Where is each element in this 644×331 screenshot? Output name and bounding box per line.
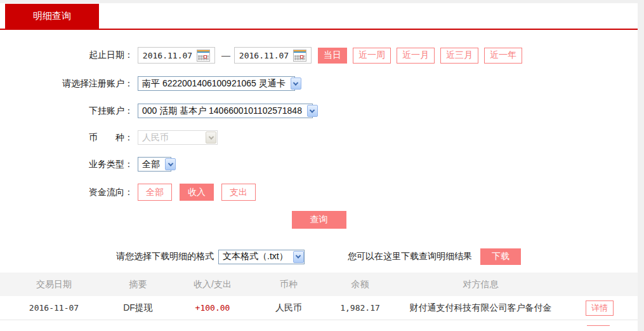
header-summary: 摘要 xyxy=(108,279,168,290)
header-counterparty: 对方信息 xyxy=(400,279,562,290)
table-header: 交易日期 摘要 收入/支出 币种 余额 对方信息 xyxy=(0,273,638,296)
cell-summary: DF提现 xyxy=(108,302,168,314)
start-date-calendar-icon[interactable] xyxy=(197,50,210,62)
fund-direction-buttons: 全部 收入 支出 xyxy=(138,184,256,201)
chevron-down-icon[interactable] xyxy=(307,105,318,117)
download-format-value: 文本格式（.txt） xyxy=(219,251,293,262)
fund-direction-row: 资金流向： 全部 收入 支出 xyxy=(0,184,638,201)
currency-label: 币 种： xyxy=(0,132,133,144)
download-format-select[interactable]: 文本格式（.txt） xyxy=(218,250,305,264)
business-type-label: 业务类型： xyxy=(0,159,133,170)
sub-account-select[interactable]: 000 活期 基本户 1406600101102571848 xyxy=(138,104,313,118)
quick-range-year-button[interactable]: 近一年 xyxy=(484,48,522,64)
sub-account-label: 下挂账户： xyxy=(0,105,133,117)
business-type-row: 业务类型： 全部 xyxy=(0,157,638,172)
business-type-value: 全部 xyxy=(138,159,165,170)
tab-underline xyxy=(0,29,638,30)
end-date-field[interactable] xyxy=(234,47,312,64)
fund-direction-income-button[interactable]: 收入 xyxy=(180,184,214,201)
cell-balance: 1,982.17 xyxy=(320,303,400,313)
chevron-down-icon[interactable] xyxy=(291,78,301,90)
date-range-separator: — xyxy=(221,50,230,60)
date-range-row: 起止日期： — 当日 近一周 近一月 近三月 近一年 xyxy=(0,47,638,64)
end-date-calendar-icon[interactable] xyxy=(293,50,306,62)
business-type-select[interactable]: 全部 xyxy=(138,157,171,172)
tab-detail-query[interactable]: 明细查询 xyxy=(5,4,99,29)
quick-range-week-button[interactable]: 近一周 xyxy=(353,48,391,64)
currency-row: 币 种： 人民币 xyxy=(0,130,638,145)
chevron-down-icon[interactable] xyxy=(293,251,304,263)
quick-range-quarter-button[interactable]: 近三月 xyxy=(440,48,478,64)
register-account-row: 请选择注册账户： 南平 6222001406100921065 灵通卡 xyxy=(0,76,638,91)
currency-value: 人民币 xyxy=(138,132,206,144)
header-currency: 币种 xyxy=(257,279,320,290)
table-row: 2016-11-07 DF提现 +100.00 人民币 1,982.17 财付通… xyxy=(0,296,638,320)
start-date-input[interactable] xyxy=(138,48,197,62)
next-row-detail-button-clipped[interactable] xyxy=(587,325,610,327)
chevron-down-icon xyxy=(206,132,216,144)
download-row: 请您选择下载明细的格式 文本格式（.txt） 您可以在这里下载查询明细结果 下载 xyxy=(0,248,638,265)
download-format-label: 请您选择下载明细的格式 xyxy=(116,251,214,262)
cell-currency: 人民币 xyxy=(257,302,320,314)
chevron-down-icon[interactable] xyxy=(165,158,176,170)
download-hint-text: 您可以在这里下载查询明细结果 xyxy=(348,251,472,262)
quick-range-buttons: 当日 近一周 近一月 近三月 近一年 xyxy=(318,48,522,64)
date-range-label: 起止日期： xyxy=(0,50,133,61)
sub-account-value: 000 活期 基本户 1406600101102571848 xyxy=(138,105,307,117)
register-account-value: 南平 6222001406100921065 灵通卡 xyxy=(138,78,291,90)
sub-account-row: 下挂账户： 000 活期 基本户 1406600101102571848 xyxy=(0,104,638,118)
quick-range-today-button[interactable]: 当日 xyxy=(318,48,347,64)
main-panel: 明细查询 起止日期： — 当日 近一周 近一月 近三月 xyxy=(0,3,638,331)
currency-select: 人民币 xyxy=(138,130,218,145)
fund-direction-label: 资金流向： xyxy=(0,187,133,198)
end-date-input[interactable] xyxy=(235,48,293,62)
tab-label: 明细查询 xyxy=(33,10,71,22)
register-account-select[interactable]: 南平 6222001406100921065 灵通卡 xyxy=(138,76,295,91)
cell-trade-date: 2016-11-07 xyxy=(0,303,108,313)
fund-direction-expense-button[interactable]: 支出 xyxy=(221,184,256,201)
download-button[interactable]: 下载 xyxy=(480,248,521,265)
header-trade-date: 交易日期 xyxy=(0,279,108,290)
quick-range-month-button[interactable]: 近一月 xyxy=(397,48,435,64)
next-table-row-clipped xyxy=(0,320,638,327)
detail-button[interactable]: 详情 xyxy=(586,301,614,316)
start-date-field[interactable] xyxy=(138,47,215,64)
register-account-label: 请选择注册账户： xyxy=(0,78,133,90)
header-balance: 余额 xyxy=(320,279,400,290)
header-income-expense: 收入/支出 xyxy=(168,279,257,290)
cell-amount: +100.00 xyxy=(168,303,257,313)
fund-direction-all-button[interactable]: 全部 xyxy=(138,184,172,201)
cell-counterparty: 财付通支付科技有限公司客户备付金 xyxy=(400,302,562,314)
query-button[interactable]: 查询 xyxy=(292,211,346,229)
